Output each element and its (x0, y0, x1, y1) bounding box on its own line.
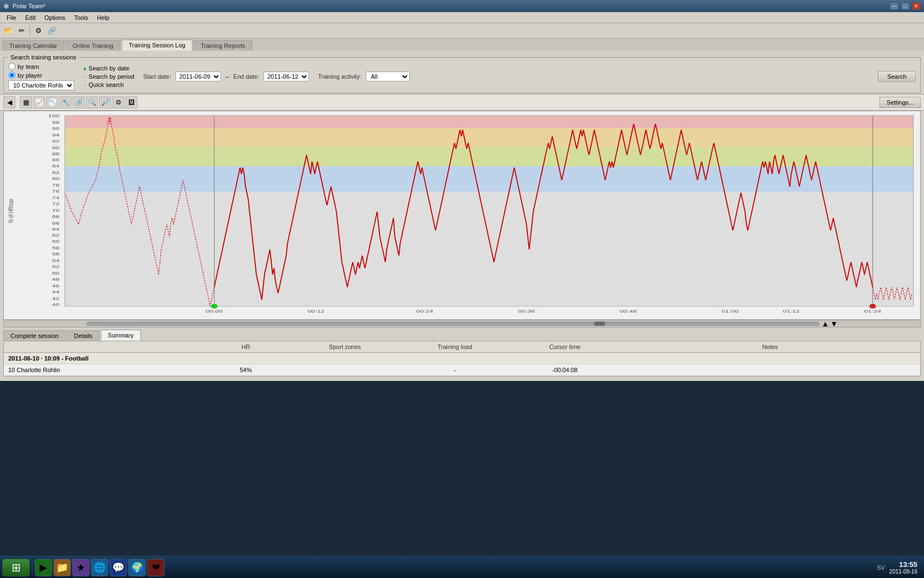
scroll-down-btn[interactable]: ▼ (830, 319, 838, 328)
start-date-select[interactable]: 2011-06-09 (175, 72, 221, 81)
activity-group: Training activity: All (318, 72, 410, 81)
menu-file[interactable]: File (2, 13, 21, 22)
chart-tool-config[interactable]: ⚙ (112, 96, 124, 108)
chart-tool-zoom2[interactable]: 🔎 (99, 96, 111, 108)
search-by-period-option: ○ Search by period (83, 73, 134, 80)
toolbar-separator (30, 25, 30, 36)
scroll-up-btn[interactable]: ▲ (822, 319, 829, 328)
y-label-88: 88 (52, 151, 59, 156)
scrollbar-thumb[interactable] (594, 321, 605, 326)
y-label-100: 100 (48, 113, 60, 118)
toolbar-open-button[interactable]: 📂 (2, 25, 14, 37)
y-label-58: 58 (52, 246, 59, 250)
activity-select[interactable]: All (366, 72, 410, 81)
session-sport-zones (290, 354, 400, 363)
x-label-84: 01:24 (864, 309, 881, 313)
y-label-82: 82 (52, 170, 59, 175)
y-label-98: 98 (52, 120, 59, 124)
player-label: 10 Charlotte Rohlin (4, 366, 202, 374)
y-label-92: 92 (52, 139, 59, 143)
tab-details[interactable]: Details (67, 330, 100, 341)
toolbar-edit-button[interactable]: ✏ (15, 25, 28, 37)
app-title: Polar Team² (13, 3, 45, 9)
tab-training-session-log[interactable]: Training Session Log (122, 40, 193, 51)
y-label-50: 50 (52, 271, 59, 275)
y-label-44: 44 (52, 290, 59, 294)
toolbar-connect-button[interactable]: 🔗 (46, 25, 58, 37)
chart-tool-link[interactable]: 🔗 (73, 96, 85, 108)
session-cursor-time (510, 354, 620, 363)
start-button[interactable]: ⊞ (2, 559, 30, 576)
close-button[interactable]: ✕ (912, 2, 921, 10)
th-session (4, 342, 202, 351)
clock-time: 13:55 (889, 560, 917, 569)
player-training-load: - (400, 366, 510, 374)
by-team-radio[interactable] (8, 63, 15, 70)
search-by-date-dot: ● (83, 66, 86, 72)
y-label-94: 94 (52, 133, 59, 137)
y-label-62: 62 (52, 233, 59, 238)
session-header-row: 2011-06-10 · 10:09 - Football (4, 353, 920, 364)
titlebar: ❄ Polar Team² — □ ✕ (0, 0, 924, 12)
taskbar-ie[interactable]: 🌍 (128, 559, 146, 576)
th-training-load: Training load (400, 342, 510, 351)
y-label-56: 56 (52, 252, 59, 256)
chart-tool-line[interactable]: 📈 (33, 96, 45, 108)
minimize-button[interactable]: — (890, 2, 899, 10)
quick-search-dot: ○ (83, 82, 86, 88)
y-label-46: 46 (52, 283, 59, 288)
menu-options[interactable]: Options (40, 13, 70, 22)
th-hr: HR (202, 342, 290, 351)
chart-tool-area[interactable]: 📉 (46, 96, 58, 108)
menu-tools[interactable]: Tools (70, 13, 93, 22)
chart-tool-collapse[interactable]: ◀ (3, 96, 15, 108)
player-cursor-time: -00:04:08 (510, 366, 620, 374)
table-header: HR Sport zones Training load Cursor time… (4, 341, 920, 353)
tab-complete-session[interactable]: Complete session (3, 330, 65, 341)
data-table: HR Sport zones Training load Cursor time… (3, 341, 921, 377)
tab-training-calendar[interactable]: Training Calendar (2, 40, 64, 51)
taskbar-chat[interactable]: 💬 (109, 559, 127, 576)
toolbar-settings-button[interactable]: ⚙ (32, 25, 45, 37)
app-icon: ❄ (3, 2, 9, 10)
taskbar-media-player[interactable]: ▶ (35, 559, 52, 576)
chart-settings-button[interactable]: Settings... (879, 97, 921, 108)
chart-tool-export[interactable]: 🖼 (125, 96, 138, 108)
start-icon: ⊞ (12, 561, 21, 574)
chart-tool-zoom[interactable]: 🔍 (86, 96, 98, 108)
chart-scrollbar[interactable]: ▲ ▼ (3, 320, 921, 328)
menu-edit[interactable]: Edit (21, 13, 40, 22)
th-cursor-time: Cursor time (510, 342, 620, 351)
player-select[interactable]: 10 Charlotte Rohlin (8, 80, 74, 90)
chart-tool-wrench[interactable]: 🔧 (59, 96, 72, 108)
by-player-radio[interactable] (8, 72, 15, 79)
zone4-bg (65, 128, 914, 148)
search-button[interactable]: Search (878, 71, 916, 82)
y-label-90: 90 (52, 145, 59, 150)
taskbar-explorer[interactable]: ★ (72, 559, 90, 576)
session-training-load (400, 354, 510, 363)
taskbar-sep1 (32, 560, 32, 575)
search-by-period-dot: ○ (83, 74, 86, 80)
search-group-legend: Search training sessions (8, 54, 79, 61)
tab-summary[interactable]: Summary (101, 330, 141, 341)
taskbar-polar[interactable]: ❤ (147, 559, 164, 576)
tab-online-training[interactable]: Online Training (65, 40, 120, 51)
tab-training-reports[interactable]: Training Reports (194, 40, 252, 51)
toolbar: 📂 ✏ ⚙ 🔗 (0, 23, 924, 39)
chart-tool-bar[interactable]: ▦ (20, 96, 32, 108)
y-label-70: 70 (52, 208, 59, 212)
y-label-96: 96 (52, 126, 59, 130)
end-date-select[interactable]: 2011-06-12 (263, 72, 309, 81)
session-notes (620, 354, 920, 363)
taskbar-browser[interactable]: 🌐 (91, 559, 108, 576)
search-quick-option: ○ Quick search (83, 81, 134, 88)
x-label-12: 00:12 (307, 309, 324, 313)
restore-button[interactable]: □ (901, 2, 910, 10)
by-player-option: by player (8, 72, 74, 79)
menubar: File Edit Options Tools Help (0, 12, 924, 23)
menu-help[interactable]: Help (92, 13, 114, 22)
y-label-60: 60 (52, 239, 59, 244)
taskbar-folder[interactable]: 📁 (53, 559, 71, 576)
start-date-label: Start date: (143, 73, 171, 80)
